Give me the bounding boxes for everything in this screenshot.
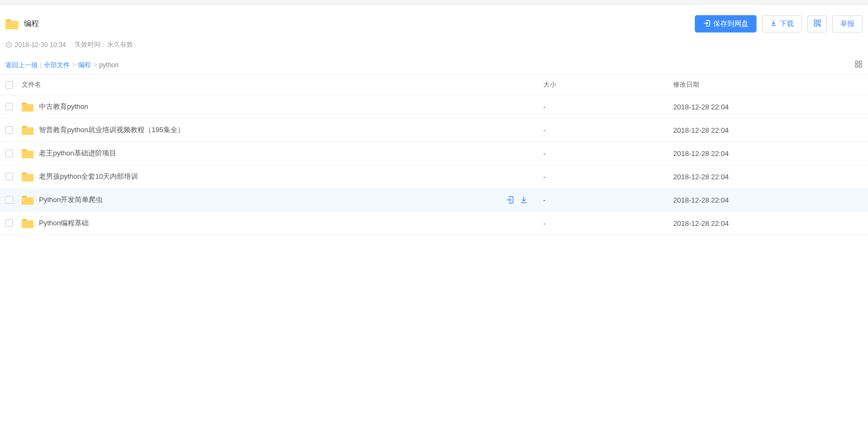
header-left: 编程 — [5, 18, 39, 29]
save-icon — [703, 19, 711, 29]
save-button-label: 保存到网盘 — [713, 19, 748, 29]
svg-rect-4 — [819, 25, 820, 26]
file-date: 2018-12-28 22:04 — [673, 149, 863, 158]
folder-icon — [22, 102, 34, 112]
page-title: 编程 — [24, 19, 39, 29]
row-actions — [505, 196, 538, 204]
svg-rect-1 — [818, 20, 820, 22]
header-actions: 保存到网盘 下载 — [695, 15, 863, 32]
svg-rect-2 — [814, 24, 816, 26]
row-save-icon[interactable] — [505, 196, 514, 204]
col-check — [5, 103, 22, 110]
svg-rect-7 — [859, 61, 862, 63]
download-button[interactable]: 下载 — [762, 15, 802, 32]
table-body: 中古教育python - 2018-12-28 22:04 智普教育python… — [0, 95, 868, 235]
select-all-checkbox[interactable] — [5, 81, 13, 89]
col-check — [5, 219, 22, 227]
file-name[interactable]: 老王python基础进阶项目 — [39, 148, 116, 158]
col-size-header[interactable]: 大小 — [538, 80, 673, 89]
header: 编程 保存到网盘 下载 — [0, 4, 868, 38]
table-row[interactable]: Python编程基础 - 2018-12-28 22:04 — [0, 212, 868, 235]
row-download-icon[interactable] — [520, 196, 528, 204]
file-size: - — [538, 219, 673, 227]
file-name[interactable]: Python开发简单爬虫 — [39, 195, 103, 205]
file-size: - — [538, 196, 673, 204]
file-date: 2018-12-28 22:04 — [673, 219, 863, 227]
file-size: - — [538, 126, 673, 134]
breadcrumb-parent[interactable]: 编程 — [78, 61, 91, 70]
col-name: 中古教育python — [22, 102, 505, 112]
file-date: 2018-12-28 22:04 — [673, 173, 863, 181]
svg-rect-9 — [859, 65, 862, 67]
col-check — [5, 196, 22, 204]
table-header: 文件名 大小 修改日期 — [0, 74, 868, 95]
breadcrumb-separator: > — [93, 61, 97, 69]
row-checkbox[interactable] — [5, 219, 13, 227]
clock-icon — [5, 41, 12, 48]
col-name: Python开发简单爬虫 — [22, 195, 505, 205]
col-name: 老王python基础进阶项目 — [22, 148, 505, 158]
folder-icon — [5, 18, 18, 29]
col-name-header[interactable]: 文件名 — [22, 80, 505, 89]
row-checkbox[interactable] — [5, 173, 13, 180]
table-row[interactable]: Python开发简单爬虫 - 2018-12-28 22:04 — [0, 188, 868, 212]
table-row[interactable]: 智普教育python就业培训视频教程（195集全） - 2018-12-28 2… — [0, 119, 868, 142]
folder-icon — [22, 195, 34, 205]
row-checkbox[interactable] — [5, 196, 13, 204]
grid-view-toggle[interactable] — [854, 60, 863, 70]
file-name[interactable]: 老男孩python全套10天内部培训 — [39, 172, 139, 181]
breadcrumb-separator: | — [40, 61, 42, 69]
folder-icon — [22, 172, 34, 181]
file-table: 文件名 大小 修改日期 中古教育python - 2018-12-28 22:0… — [0, 74, 868, 235]
timestamp-text: 2018-12-30 10:34 — [15, 41, 66, 49]
breadcrumb-row: 返回上一级 | 全部文件 > 编程 > python — [0, 56, 868, 74]
file-date: 2018-12-28 22:04 — [673, 196, 863, 204]
breadcrumb-current: python — [99, 61, 119, 69]
breadcrumb-back[interactable]: 返回上一级 — [5, 61, 38, 70]
expiry-text: 失效时间：永久有效 — [75, 40, 133, 49]
breadcrumb-separator: > — [72, 61, 76, 69]
col-date-header[interactable]: 修改日期 — [673, 80, 863, 89]
folder-icon — [22, 218, 34, 228]
col-name: 智普教育python就业培训视频教程（195集全） — [22, 125, 505, 135]
file-name[interactable]: 智普教育python就业培训视频教程（195集全） — [39, 125, 185, 135]
download-icon — [770, 19, 777, 28]
file-size: - — [538, 173, 673, 181]
file-date: 2018-12-28 22:04 — [673, 126, 863, 134]
col-check-header — [5, 81, 22, 89]
download-button-label: 下载 — [780, 19, 794, 29]
svg-rect-6 — [856, 61, 858, 63]
file-date: 2018-12-28 22:04 — [673, 103, 863, 111]
top-bar — [0, 0, 868, 4]
col-name: 老男孩python全套10天内部培训 — [22, 172, 505, 181]
svg-rect-0 — [814, 20, 816, 22]
qr-code-icon — [813, 19, 821, 29]
table-row[interactable]: 老男孩python全套10天内部培训 - 2018-12-28 22:04 — [0, 165, 868, 188]
breadcrumb: 返回上一级 | 全部文件 > 编程 > python — [5, 61, 119, 70]
col-name: Python编程基础 — [22, 218, 505, 228]
file-size: - — [538, 103, 673, 111]
svg-rect-8 — [856, 65, 858, 67]
table-row[interactable]: 中古教育python - 2018-12-28 22:04 — [0, 95, 868, 119]
folder-icon — [22, 148, 34, 158]
table-row[interactable]: 老王python基础进阶项目 - 2018-12-28 22:04 — [0, 142, 868, 165]
file-name[interactable]: Python编程基础 — [39, 218, 89, 228]
report-button-label: 举报 — [840, 19, 854, 29]
row-checkbox[interactable] — [5, 126, 13, 134]
created-time: 2018-12-30 10:34 — [5, 41, 66, 49]
report-button[interactable]: 举报 — [832, 15, 863, 32]
col-check — [5, 126, 22, 134]
svg-rect-3 — [818, 24, 819, 25]
file-size: - — [538, 149, 673, 158]
row-checkbox[interactable] — [5, 149, 13, 157]
col-check — [5, 149, 22, 157]
qr-code-button[interactable] — [807, 15, 827, 32]
breadcrumb-all-files[interactable]: 全部文件 — [44, 61, 70, 70]
save-to-cloud-button[interactable]: 保存到网盘 — [695, 15, 757, 32]
meta-row: 2018-12-30 10:34 失效时间：永久有效 — [0, 38, 868, 56]
folder-icon — [22, 125, 34, 135]
row-checkbox[interactable] — [5, 103, 13, 110]
file-name[interactable]: 中古教育python — [39, 102, 88, 112]
col-check — [5, 173, 22, 180]
